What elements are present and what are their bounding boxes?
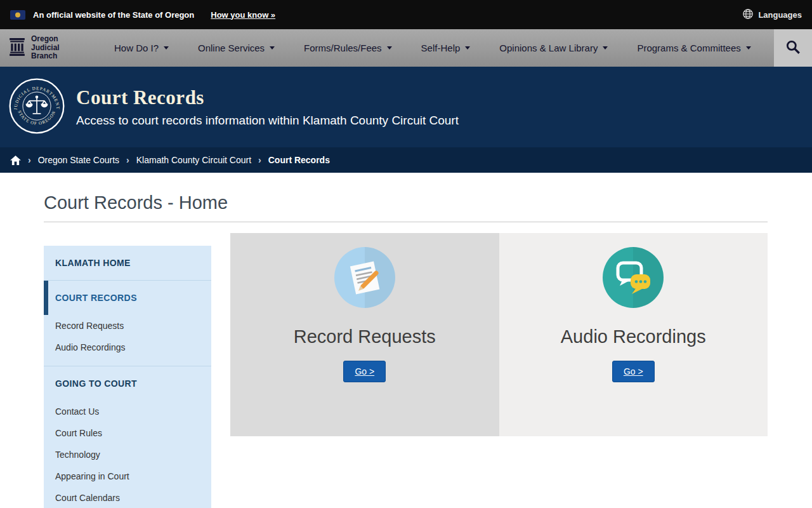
- main-content: Court Records - Home KLAMATH HOME COURT …: [0, 192, 812, 508]
- chevron-right-icon: ›: [126, 155, 129, 165]
- languages-button[interactable]: Languages: [742, 8, 802, 22]
- home-icon[interactable]: [10, 156, 21, 165]
- record-requests-icon: [334, 247, 395, 311]
- sidebar-item-audio-recordings[interactable]: Audio Recordings: [44, 337, 211, 358]
- breadcrumb: › Oregon State Courts › Klamath County C…: [0, 147, 812, 173]
- globe-icon: [742, 8, 754, 22]
- search-icon: [785, 39, 801, 58]
- nav-item-self-help[interactable]: Self-Help: [421, 43, 471, 53]
- nav-item-programs-committees[interactable]: Programs & Committees: [637, 43, 750, 53]
- page-title: Court Records - Home: [44, 192, 768, 213]
- sidebar-item-klamath-home[interactable]: KLAMATH HOME: [44, 246, 211, 280]
- breadcrumb-court-records: Court Records: [268, 155, 330, 165]
- nav-menu: How Do I? Online Services Forms/Rules/Fe…: [114, 29, 774, 67]
- official-website-text: An official website of the State of Oreg…: [33, 10, 194, 20]
- record-requests-title: Record Requests: [294, 326, 436, 347]
- chevron-down-icon: [270, 46, 275, 50]
- pillar-icon: [9, 38, 25, 58]
- official-banner: An official website of the State of Oreg…: [0, 0, 812, 29]
- sidebar-item-appearing-in-court[interactable]: Appearing in Court: [44, 465, 211, 487]
- page-hero: JUDICIAL DEPARTMENT STATE OF OREGON Cour…: [0, 67, 812, 147]
- judicial-department-seal: JUDICIAL DEPARTMENT STATE OF OREGON: [8, 77, 66, 138]
- chevron-down-icon: [746, 46, 751, 50]
- sidebar-item-technology[interactable]: Technology: [44, 444, 211, 465]
- nav-item-forms-rules-fees[interactable]: Forms/Rules/Fees: [304, 43, 392, 53]
- chevron-down-icon: [387, 46, 392, 50]
- hero-subtitle: Access to court records information with…: [76, 114, 812, 128]
- audio-recordings-title: Audio Recordings: [561, 326, 706, 347]
- breadcrumb-oregon-state-courts[interactable]: Oregon State Courts: [38, 155, 119, 165]
- chevron-down-icon: [465, 46, 470, 50]
- chevron-right-icon: ›: [258, 155, 261, 165]
- record-requests-go-button[interactable]: Go >: [343, 361, 386, 382]
- nav-item-how-do-i[interactable]: How Do I?: [114, 43, 169, 53]
- nav-item-opinions-law-library[interactable]: Opinions & Law Library: [499, 43, 608, 53]
- chevron-down-icon: [164, 46, 169, 50]
- sidebar-item-court-rules[interactable]: Court Rules: [44, 422, 211, 444]
- breadcrumb-klamath-county[interactable]: Klamath County Circuit Court: [136, 155, 251, 165]
- nav-item-online-services[interactable]: Online Services: [198, 43, 275, 53]
- sidebar-item-court-calendars[interactable]: Court Calendars: [44, 487, 211, 508]
- record-requests-card[interactable]: Record Requests Go >: [230, 233, 499, 436]
- sidebar-item-record-requests[interactable]: Record Requests: [44, 315, 211, 337]
- sidebar-item-contact-us[interactable]: Contact Us: [44, 401, 211, 422]
- main-navigation: Oregon Judicial Branch How Do I? Online …: [0, 29, 812, 67]
- chevron-right-icon: ›: [28, 155, 31, 165]
- sidebar: KLAMATH HOME COURT RECORDS Record Reques…: [44, 246, 211, 508]
- audio-recordings-icon: [603, 247, 664, 311]
- how-you-know-link[interactable]: How you know »: [211, 10, 275, 20]
- oregon-flag-icon: [10, 10, 25, 20]
- ojd-logo[interactable]: Oregon Judicial Branch: [0, 29, 99, 67]
- sidebar-item-going-to-court[interactable]: GOING TO COURT: [44, 366, 211, 401]
- card-grid: Record Requests Go >: [230, 233, 768, 508]
- audio-recordings-go-button[interactable]: Go >: [612, 361, 655, 382]
- audio-recordings-card[interactable]: Audio Recordings Go >: [499, 233, 768, 436]
- search-button[interactable]: [774, 29, 812, 67]
- title-divider: [44, 222, 768, 222]
- hero-title: Court Records: [76, 86, 812, 109]
- chevron-down-icon: [603, 46, 608, 50]
- brand-text: Oregon Judicial Branch: [31, 35, 60, 61]
- sidebar-item-court-records[interactable]: COURT RECORDS: [44, 281, 211, 315]
- languages-label: Languages: [758, 10, 802, 20]
